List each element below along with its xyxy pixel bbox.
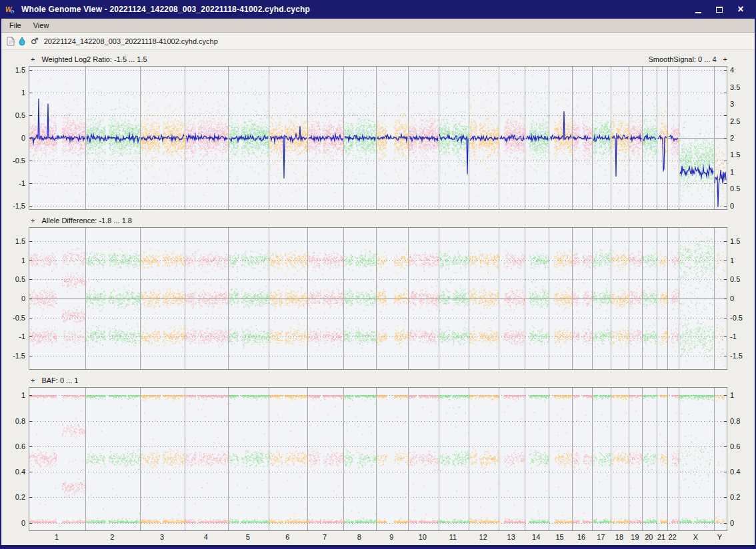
minimize-button[interactable] <box>692 3 704 15</box>
chromosome-label: 21 <box>657 533 665 541</box>
y-axis-tick-label: 0.5 <box>1 112 25 119</box>
window-controls: × <box>692 3 751 15</box>
chromosome-label: 14 <box>532 533 540 541</box>
maximize-icon <box>716 7 723 13</box>
panel-title-weighted-log2: Weighted Log2 Ratio: -1.5 ... 1.5 <box>41 55 147 63</box>
chromosome-label: 13 <box>507 533 515 541</box>
panel-title-allele-difference: Allele Difference: -1.8 ... 1.8 <box>41 217 132 225</box>
y-axis-tick-label: 1 <box>730 392 754 399</box>
y-axis-tick-label: 0.6 <box>730 443 754 450</box>
chromosome-label: 10 <box>419 533 427 541</box>
chromosome-label: Y <box>717 533 722 541</box>
y-axis-tick-label: 1 <box>1 392 25 399</box>
y-axis-tick-label: 1.5 <box>1 67 25 74</box>
panel-title-baf: BAF: 0 ... 1 <box>41 376 78 384</box>
y-axis-tick-label: 1 <box>730 257 754 265</box>
chromosome-label: 8 <box>357 533 361 541</box>
y-axis-tick-label: 0 <box>1 520 25 527</box>
y-axis-tick-label: -1 <box>1 180 25 187</box>
chromosome-axis: 12345678910111213141516171819202122XY <box>1 532 755 543</box>
sample-file-name: 20221124_142208_003_20221118-41002.cyhd.… <box>44 37 218 45</box>
y-axis-tick-label: 4 <box>730 67 754 74</box>
panel-title-smooth-signal: SmoothSignal: 0 ... 4 <box>648 55 716 63</box>
y-axis-tick-label: 0 <box>1 295 25 302</box>
allele-difference-plot-row: 1.510.50-0.5-1-1.51.510.50-0.5-1-1.5 <box>1 227 755 370</box>
chromosome-label: X <box>693 533 698 541</box>
expand-track-button[interactable]: + <box>31 376 35 384</box>
chromosome-label: 16 <box>577 533 585 541</box>
y-axis-tick-label: 0.5 <box>1 276 25 283</box>
svg-text:G: G <box>11 9 15 14</box>
application-window: W G Whole Genome View - 20221124_142208_… <box>0 0 756 549</box>
y-axis-tick-label: -1.5 <box>1 352 25 360</box>
file-icon[interactable] <box>7 37 15 46</box>
y-axis-tick-label: 1.5 <box>1 238 25 245</box>
expand-track-button[interactable]: + <box>723 55 727 63</box>
y-axis-tick-label: -0.5 <box>1 314 25 322</box>
app-icon: W G <box>5 4 17 15</box>
panel-header-allele-difference: + Allele Difference: -1.8 ... 1.8 <box>1 215 755 225</box>
weighted-log2-ratio-plot[interactable] <box>29 66 727 210</box>
y-axis-tick-label: 3 <box>730 101 754 108</box>
close-button[interactable]: × <box>735 3 747 15</box>
y-axis-tick-label: 1 <box>1 89 25 97</box>
y-axis-tick-label: -1.5 <box>730 352 754 360</box>
panel-header-baf: + BAF: 0 ... 1 <box>1 375 755 385</box>
y-axis-tick-label: 0.5 <box>730 276 754 283</box>
y-axis-tick-label: 3.5 <box>730 84 754 91</box>
y-axis-tick-label: 0.4 <box>730 468 754 476</box>
expand-track-button[interactable]: + <box>31 217 35 225</box>
chromosome-label: 6 <box>285 533 289 541</box>
titlebar: W G Whole Genome View - 20221124_142208_… <box>1 0 755 19</box>
menu-view[interactable]: View <box>27 20 55 31</box>
y-axis-tick-label: 0.5 <box>730 185 754 193</box>
y-axis-tick-label: 0.8 <box>730 418 754 425</box>
y-axis-tick-label: 1.5 <box>730 151 754 159</box>
menu-bar: File View <box>1 19 755 33</box>
y-axis-tick-label: -1.5 <box>1 203 25 210</box>
chromosome-label: 1 <box>55 533 59 541</box>
y-axis-tick-label: 0 <box>1 135 25 142</box>
male-sex-icon: ♂ <box>31 36 39 46</box>
y-axis-tick-label: -1 <box>1 333 25 340</box>
chromosome-label: 2 <box>110 533 114 541</box>
y-axis-tick-label: 0.8 <box>1 418 25 425</box>
sample-toolbar: ♂ 20221124_142208_003_20221118-41002.cyh… <box>1 33 755 50</box>
close-icon: × <box>737 4 743 15</box>
allele-difference-plot[interactable] <box>29 227 727 370</box>
chromosome-label: 18 <box>615 533 623 541</box>
y-axis-tick-label: 0.2 <box>1 494 25 501</box>
y-axis-tick-label: 0.2 <box>730 494 754 501</box>
y-axis-tick-label: -0.5 <box>730 314 754 322</box>
window-bottom-border <box>1 545 755 549</box>
chromosome-label: 22 <box>669 533 677 541</box>
maximize-button[interactable] <box>713 3 725 15</box>
menu-file[interactable]: File <box>3 20 27 31</box>
y-axis-tick-label: 1 <box>730 169 754 176</box>
y-axis-tick-label: 1.5 <box>730 238 754 245</box>
chromosome-label: 3 <box>160 533 164 541</box>
baf-plot-row: 10.80.60.40.2010.80.60.40.20 <box>1 387 755 531</box>
minimize-icon <box>695 12 701 13</box>
chromosome-label: 17 <box>597 533 605 541</box>
expand-track-button[interactable]: + <box>31 55 35 63</box>
baf-plot[interactable] <box>29 387 727 531</box>
y-axis-tick-label: -0.5 <box>1 157 25 165</box>
weighted-log2-plot-row: 1.510.50-0.5-1-1.543.532.521.510.50 <box>1 66 755 210</box>
y-axis-tick-label: 0 <box>730 203 754 210</box>
panel-header-weighted-log2: + Weighted Log2 Ratio: -1.5 ... 1.5 Smoo… <box>1 54 755 64</box>
chromosome-label: 12 <box>479 533 487 541</box>
chromosome-label: 19 <box>631 533 639 541</box>
y-axis-tick-label: 2.5 <box>730 118 754 125</box>
whole-genome-view: + Weighted Log2 Ratio: -1.5 ... 1.5 Smoo… <box>1 50 755 545</box>
y-axis-tick-label: 0 <box>730 295 754 302</box>
chromosome-label: 9 <box>389 533 393 541</box>
window-title: Whole Genome View - 20221124_142208_003_… <box>21 5 692 14</box>
chromosome-label: 7 <box>323 533 327 541</box>
y-axis-tick-label: 0.4 <box>1 468 25 476</box>
marker-pin-icon[interactable] <box>19 37 25 46</box>
y-axis-tick-label: 2 <box>730 135 754 142</box>
chromosome-label: 5 <box>246 533 250 541</box>
chromosome-label: 4 <box>204 533 208 541</box>
y-axis-tick-label: -1 <box>730 333 754 340</box>
